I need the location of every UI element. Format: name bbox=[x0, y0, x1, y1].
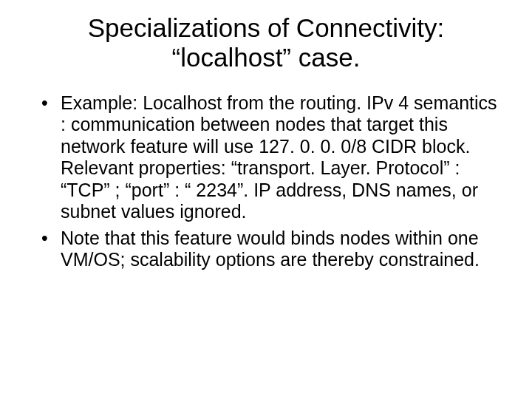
bullet-text: Note that this feature would binds nodes… bbox=[61, 228, 480, 270]
bullet-text: Example: Localhost from the routing. IPv… bbox=[61, 92, 497, 222]
bullet-list: Example: Localhost from the routing. IPv… bbox=[41, 92, 502, 271]
slide-title: Specializations of Connectivity: “localh… bbox=[30, 13, 502, 73]
list-item: Note that this feature would binds nodes… bbox=[41, 228, 502, 271]
list-item: Example: Localhost from the routing. IPv… bbox=[41, 92, 502, 223]
slide-body: Example: Localhost from the routing. IPv… bbox=[30, 92, 502, 271]
slide: Specializations of Connectivity: “localh… bbox=[0, 0, 532, 399]
